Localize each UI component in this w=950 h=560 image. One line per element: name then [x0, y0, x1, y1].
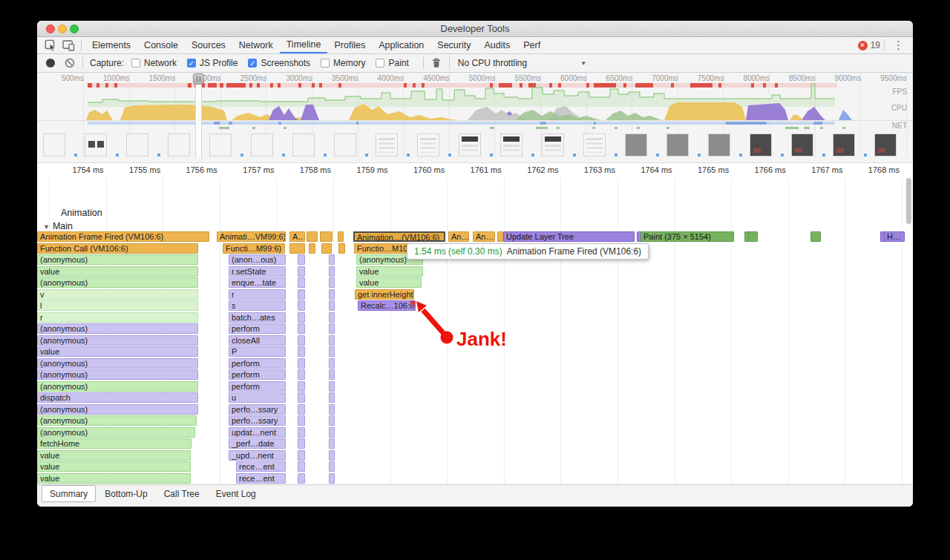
flame-bar-rece-ent[interactable]: rece…ent [236, 461, 286, 472]
filmstrip-thumbnail[interactable] [376, 134, 398, 157]
main-section-header[interactable]: ▼Main [43, 221, 73, 231]
flame-bar-value[interactable]: value [37, 461, 191, 472]
flame-bar-anonymous[interactable]: (anonymous) [37, 427, 195, 438]
flame-bar-fragment[interactable] [329, 427, 335, 438]
flame-bar-fragment[interactable] [748, 231, 758, 242]
tab-bottom-up[interactable]: Bottom-Up [97, 487, 154, 501]
flame-bar-functi-m99-6[interactable]: Functi…M99:6) [223, 243, 285, 254]
flame-bar-fragment[interactable] [321, 243, 332, 254]
selection-handle[interactable] [193, 73, 204, 85]
flame-bar-fragment[interactable] [329, 346, 335, 357]
checkbox-checked-icon[interactable]: ✓ [248, 59, 257, 67]
filmstrip-thumbnail[interactable] [251, 134, 273, 157]
filmstrip-thumbnail[interactable] [126, 134, 148, 157]
filmstrip-thumbnail[interactable] [417, 134, 439, 157]
filmstrip-thumbnail[interactable] [874, 134, 897, 157]
flame-bar-fragment[interactable] [329, 312, 335, 323]
capture-checkbox-screenshots[interactable]: ✓Screenshots [248, 58, 310, 68]
filmstrip-thumbnail[interactable] [833, 134, 855, 157]
flame-bar-fragment[interactable] [329, 381, 335, 392]
flame-bar-perform[interactable]: perform [229, 369, 286, 380]
flame-bar-fragment[interactable] [329, 438, 335, 449]
flame-bar-anonymous[interactable]: (anonymous) [37, 415, 197, 426]
tab-security[interactable]: Security [430, 37, 477, 53]
flame-bar-animati-vm99-6[interactable]: Animati…VM99:6) [217, 231, 286, 242]
checkbox-unchecked-icon[interactable] [376, 59, 384, 67]
flame-bar-fragment[interactable] [329, 266, 335, 277]
flame-bar-fragment[interactable] [329, 289, 335, 300]
flame-bar-fragment[interactable] [320, 231, 332, 242]
flame-bar-fragment[interactable] [298, 266, 305, 277]
filmstrip-thumbnail[interactable] [542, 134, 564, 157]
flame-bar-fragment[interactable] [329, 277, 335, 288]
flame-bar-fragment[interactable] [810, 231, 821, 242]
flame-bar-anonymous[interactable]: (anonymous) [37, 369, 198, 380]
flame-bar-anonymous[interactable]: (anonymous) [37, 404, 198, 415]
flame-bar-fragment[interactable] [329, 404, 335, 415]
flame-bar-update-layer-tree[interactable]: Update Layer Tree [503, 231, 635, 242]
flame-bar-fragment[interactable] [298, 346, 305, 357]
device-toolbar-icon[interactable] [59, 38, 77, 53]
filmstrip-thumbnail[interactable] [209, 134, 232, 157]
flame-bar-upd-nent[interactable]: _upd…nent [229, 450, 286, 461]
filmstrip-thumbnail[interactable] [292, 134, 315, 157]
tab-sources[interactable]: Sources [185, 37, 232, 53]
capture-checkbox-js-profile[interactable]: ✓JS Profile [187, 58, 238, 68]
filmstrip-thumbnail[interactable] [43, 134, 65, 157]
flame-bar-fragment[interactable] [329, 254, 335, 265]
flame-bar-enque-tate[interactable]: enque…tate [229, 277, 286, 288]
tab-perf[interactable]: Perf [517, 37, 547, 53]
filmstrip-thumbnail[interactable] [583, 134, 606, 157]
flame-bar-fragment[interactable] [329, 392, 335, 403]
tab-console[interactable]: Console [137, 37, 185, 53]
flame-bar-s[interactable]: s [229, 300, 286, 311]
flame-bar-fragment[interactable] [329, 461, 335, 472]
flame-bar-r-setstate[interactable]: r.setState [229, 266, 286, 277]
filmstrip-thumbnail[interactable] [334, 134, 356, 157]
flame-bar-fragment[interactable] [298, 438, 305, 449]
flame-bar-anonymous[interactable]: (anonymous) [37, 381, 198, 392]
flame-bar-perf-date[interactable]: _perf…date [229, 438, 286, 449]
inspect-element-icon[interactable] [42, 38, 59, 53]
flame-bar-fragment[interactable] [298, 473, 305, 484]
flame-bar-fragment[interactable] [298, 289, 305, 300]
filmstrip-thumbnail[interactable] [85, 134, 107, 157]
cpu-throttling-select[interactable]: No CPU throttling [458, 58, 527, 68]
flame-bar-value[interactable]: value [37, 450, 191, 461]
filmstrip-thumbnail[interactable] [625, 134, 647, 157]
vertical-scrollbar[interactable] [906, 178, 911, 224]
flame-bar-perform[interactable]: perform [229, 381, 286, 392]
flame-bar-fragment[interactable] [298, 427, 305, 438]
flame-bar-fragment[interactable] [298, 381, 305, 392]
flame-bar-paint-375-5154[interactable]: Paint (375 × 5154) [641, 231, 734, 242]
tab-elements[interactable]: Elements [85, 37, 137, 53]
flame-bar-value[interactable]: value [37, 473, 191, 484]
flame-bar-anon-ous[interactable]: (anon…ous) [229, 254, 286, 265]
capture-checkbox-network[interactable]: Network [131, 58, 177, 68]
tab-profiles[interactable]: Profiles [327, 37, 372, 53]
flame-bar-fragment[interactable] [298, 392, 305, 403]
tab-summary[interactable]: Summary [42, 485, 96, 502]
flame-bar-fragment[interactable] [329, 369, 335, 380]
flame-bar-fragment[interactable] [298, 312, 305, 323]
flame-bar-fragment[interactable] [338, 231, 344, 242]
flame-bar-fragment[interactable] [309, 243, 315, 254]
flame-bar-fragment[interactable] [298, 277, 305, 288]
flame-bar-fragment[interactable] [298, 335, 305, 346]
flame-bar-fetchhome[interactable]: fetchHome [37, 438, 191, 449]
filmstrip-thumbnail[interactable] [791, 134, 813, 157]
error-count-badge[interactable]: ✕ 19 [858, 40, 880, 50]
tab-event-log[interactable]: Event Log [209, 487, 263, 501]
flame-bar-fragment[interactable] [298, 323, 305, 334]
filmstrip-thumbnail[interactable] [750, 134, 772, 157]
flame-bar-anonymous[interactable]: (anonymous) [37, 323, 198, 334]
flame-bar-fragment[interactable] [298, 358, 305, 369]
flame-bar-fragment[interactable] [329, 450, 335, 461]
flame-bar-v[interactable]: v [37, 289, 198, 300]
flame-bar-anonymous[interactable]: (anonymous) [37, 254, 198, 265]
flame-bar-an[interactable]: An…) [448, 231, 469, 242]
checkbox-checked-icon[interactable]: ✓ [187, 59, 196, 67]
flame-bar-anonymous[interactable]: (anonymous) [37, 277, 198, 288]
flame-bar-fragment[interactable] [329, 415, 335, 426]
filmstrip-thumbnail[interactable] [666, 134, 689, 157]
